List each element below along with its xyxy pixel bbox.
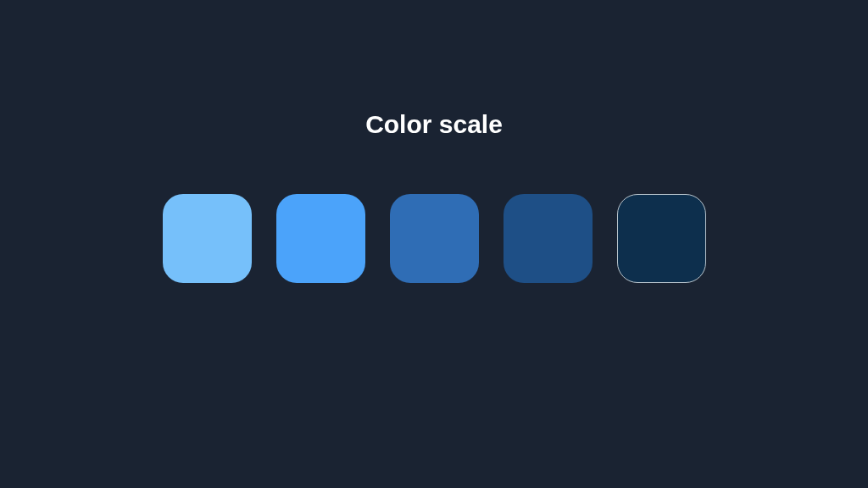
color-swatch-1 (163, 194, 252, 283)
color-swatch-4 (504, 194, 593, 283)
page-title: Color scale (365, 110, 503, 139)
color-swatch-3 (390, 194, 479, 283)
color-swatch-row (163, 194, 706, 283)
color-swatch-2 (276, 194, 365, 283)
color-swatch-5 (617, 194, 706, 283)
